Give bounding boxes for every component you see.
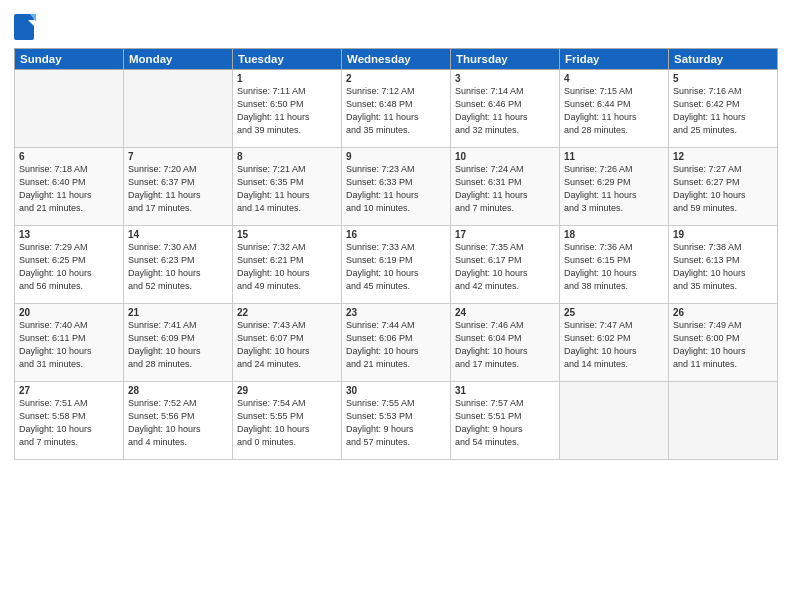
day-info: Sunrise: 7:44 AM Sunset: 6:06 PM Dayligh… [346, 319, 446, 371]
day-header-sunday: Sunday [15, 49, 124, 70]
day-number: 14 [128, 229, 228, 240]
calendar-cell [560, 382, 669, 460]
logo [14, 14, 38, 42]
calendar-cell: 8Sunrise: 7:21 AM Sunset: 6:35 PM Daylig… [233, 148, 342, 226]
calendar-cell: 17Sunrise: 7:35 AM Sunset: 6:17 PM Dayli… [451, 226, 560, 304]
day-number: 11 [564, 151, 664, 162]
day-header-saturday: Saturday [669, 49, 778, 70]
calendar-cell: 1Sunrise: 7:11 AM Sunset: 6:50 PM Daylig… [233, 70, 342, 148]
day-number: 5 [673, 73, 773, 84]
svg-rect-0 [14, 14, 34, 40]
day-number: 12 [673, 151, 773, 162]
day-info: Sunrise: 7:24 AM Sunset: 6:31 PM Dayligh… [455, 163, 555, 215]
calendar-cell: 14Sunrise: 7:30 AM Sunset: 6:23 PM Dayli… [124, 226, 233, 304]
calendar-cell: 13Sunrise: 7:29 AM Sunset: 6:25 PM Dayli… [15, 226, 124, 304]
day-header-monday: Monday [124, 49, 233, 70]
day-number: 16 [346, 229, 446, 240]
day-info: Sunrise: 7:32 AM Sunset: 6:21 PM Dayligh… [237, 241, 337, 293]
day-info: Sunrise: 7:43 AM Sunset: 6:07 PM Dayligh… [237, 319, 337, 371]
calendar-cell: 16Sunrise: 7:33 AM Sunset: 6:19 PM Dayli… [342, 226, 451, 304]
day-info: Sunrise: 7:54 AM Sunset: 5:55 PM Dayligh… [237, 397, 337, 449]
day-number: 2 [346, 73, 446, 84]
calendar-cell: 3Sunrise: 7:14 AM Sunset: 6:46 PM Daylig… [451, 70, 560, 148]
day-info: Sunrise: 7:21 AM Sunset: 6:35 PM Dayligh… [237, 163, 337, 215]
day-info: Sunrise: 7:27 AM Sunset: 6:27 PM Dayligh… [673, 163, 773, 215]
day-info: Sunrise: 7:49 AM Sunset: 6:00 PM Dayligh… [673, 319, 773, 371]
calendar-cell: 22Sunrise: 7:43 AM Sunset: 6:07 PM Dayli… [233, 304, 342, 382]
day-info: Sunrise: 7:18 AM Sunset: 6:40 PM Dayligh… [19, 163, 119, 215]
calendar-cell: 25Sunrise: 7:47 AM Sunset: 6:02 PM Dayli… [560, 304, 669, 382]
day-info: Sunrise: 7:52 AM Sunset: 5:56 PM Dayligh… [128, 397, 228, 449]
calendar-cell [15, 70, 124, 148]
day-info: Sunrise: 7:30 AM Sunset: 6:23 PM Dayligh… [128, 241, 228, 293]
day-number: 9 [346, 151, 446, 162]
calendar-cell: 31Sunrise: 7:57 AM Sunset: 5:51 PM Dayli… [451, 382, 560, 460]
day-header-thursday: Thursday [451, 49, 560, 70]
calendar-cell: 4Sunrise: 7:15 AM Sunset: 6:44 PM Daylig… [560, 70, 669, 148]
day-number: 15 [237, 229, 337, 240]
day-info: Sunrise: 7:23 AM Sunset: 6:33 PM Dayligh… [346, 163, 446, 215]
calendar-cell: 26Sunrise: 7:49 AM Sunset: 6:00 PM Dayli… [669, 304, 778, 382]
day-info: Sunrise: 7:46 AM Sunset: 6:04 PM Dayligh… [455, 319, 555, 371]
day-number: 10 [455, 151, 555, 162]
calendar-cell: 28Sunrise: 7:52 AM Sunset: 5:56 PM Dayli… [124, 382, 233, 460]
calendar-cell: 23Sunrise: 7:44 AM Sunset: 6:06 PM Dayli… [342, 304, 451, 382]
day-info: Sunrise: 7:47 AM Sunset: 6:02 PM Dayligh… [564, 319, 664, 371]
calendar-cell: 19Sunrise: 7:38 AM Sunset: 6:13 PM Dayli… [669, 226, 778, 304]
day-number: 4 [564, 73, 664, 84]
day-number: 28 [128, 385, 228, 396]
calendar-cell: 27Sunrise: 7:51 AM Sunset: 5:58 PM Dayli… [15, 382, 124, 460]
day-number: 3 [455, 73, 555, 84]
day-info: Sunrise: 7:14 AM Sunset: 6:46 PM Dayligh… [455, 85, 555, 137]
day-number: 8 [237, 151, 337, 162]
day-number: 31 [455, 385, 555, 396]
calendar-thead: SundayMondayTuesdayWednesdayThursdayFrid… [15, 49, 778, 70]
day-info: Sunrise: 7:16 AM Sunset: 6:42 PM Dayligh… [673, 85, 773, 137]
day-info: Sunrise: 7:11 AM Sunset: 6:50 PM Dayligh… [237, 85, 337, 137]
calendar-tbody: 1Sunrise: 7:11 AM Sunset: 6:50 PM Daylig… [15, 70, 778, 460]
calendar-week-3: 13Sunrise: 7:29 AM Sunset: 6:25 PM Dayli… [15, 226, 778, 304]
calendar-cell: 15Sunrise: 7:32 AM Sunset: 6:21 PM Dayli… [233, 226, 342, 304]
day-info: Sunrise: 7:35 AM Sunset: 6:17 PM Dayligh… [455, 241, 555, 293]
logo-icon [14, 14, 36, 42]
calendar-cell: 5Sunrise: 7:16 AM Sunset: 6:42 PM Daylig… [669, 70, 778, 148]
day-number: 24 [455, 307, 555, 318]
calendar-header [14, 10, 778, 42]
calendar-cell: 24Sunrise: 7:46 AM Sunset: 6:04 PM Dayli… [451, 304, 560, 382]
calendar-cell: 18Sunrise: 7:36 AM Sunset: 6:15 PM Dayli… [560, 226, 669, 304]
calendar-week-2: 6Sunrise: 7:18 AM Sunset: 6:40 PM Daylig… [15, 148, 778, 226]
day-info: Sunrise: 7:51 AM Sunset: 5:58 PM Dayligh… [19, 397, 119, 449]
day-header-friday: Friday [560, 49, 669, 70]
day-number: 21 [128, 307, 228, 318]
day-number: 25 [564, 307, 664, 318]
day-number: 20 [19, 307, 119, 318]
day-info: Sunrise: 7:29 AM Sunset: 6:25 PM Dayligh… [19, 241, 119, 293]
calendar-cell: 11Sunrise: 7:26 AM Sunset: 6:29 PM Dayli… [560, 148, 669, 226]
calendar-cell: 10Sunrise: 7:24 AM Sunset: 6:31 PM Dayli… [451, 148, 560, 226]
day-info: Sunrise: 7:26 AM Sunset: 6:29 PM Dayligh… [564, 163, 664, 215]
calendar-cell: 20Sunrise: 7:40 AM Sunset: 6:11 PM Dayli… [15, 304, 124, 382]
day-number: 17 [455, 229, 555, 240]
calendar-cell: 2Sunrise: 7:12 AM Sunset: 6:48 PM Daylig… [342, 70, 451, 148]
day-info: Sunrise: 7:40 AM Sunset: 6:11 PM Dayligh… [19, 319, 119, 371]
calendar-cell: 21Sunrise: 7:41 AM Sunset: 6:09 PM Dayli… [124, 304, 233, 382]
day-number: 29 [237, 385, 337, 396]
calendar-table: SundayMondayTuesdayWednesdayThursdayFrid… [14, 48, 778, 460]
day-header-wednesday: Wednesday [342, 49, 451, 70]
day-number: 13 [19, 229, 119, 240]
day-number: 22 [237, 307, 337, 318]
day-number: 6 [19, 151, 119, 162]
day-header-row: SundayMondayTuesdayWednesdayThursdayFrid… [15, 49, 778, 70]
calendar-cell [124, 70, 233, 148]
calendar-cell: 29Sunrise: 7:54 AM Sunset: 5:55 PM Dayli… [233, 382, 342, 460]
calendar-container: SundayMondayTuesdayWednesdayThursdayFrid… [0, 0, 792, 466]
calendar-cell: 6Sunrise: 7:18 AM Sunset: 6:40 PM Daylig… [15, 148, 124, 226]
calendar-cell: 30Sunrise: 7:55 AM Sunset: 5:53 PM Dayli… [342, 382, 451, 460]
day-info: Sunrise: 7:41 AM Sunset: 6:09 PM Dayligh… [128, 319, 228, 371]
day-info: Sunrise: 7:33 AM Sunset: 6:19 PM Dayligh… [346, 241, 446, 293]
day-info: Sunrise: 7:36 AM Sunset: 6:15 PM Dayligh… [564, 241, 664, 293]
day-number: 7 [128, 151, 228, 162]
calendar-week-1: 1Sunrise: 7:11 AM Sunset: 6:50 PM Daylig… [15, 70, 778, 148]
day-number: 30 [346, 385, 446, 396]
calendar-week-4: 20Sunrise: 7:40 AM Sunset: 6:11 PM Dayli… [15, 304, 778, 382]
